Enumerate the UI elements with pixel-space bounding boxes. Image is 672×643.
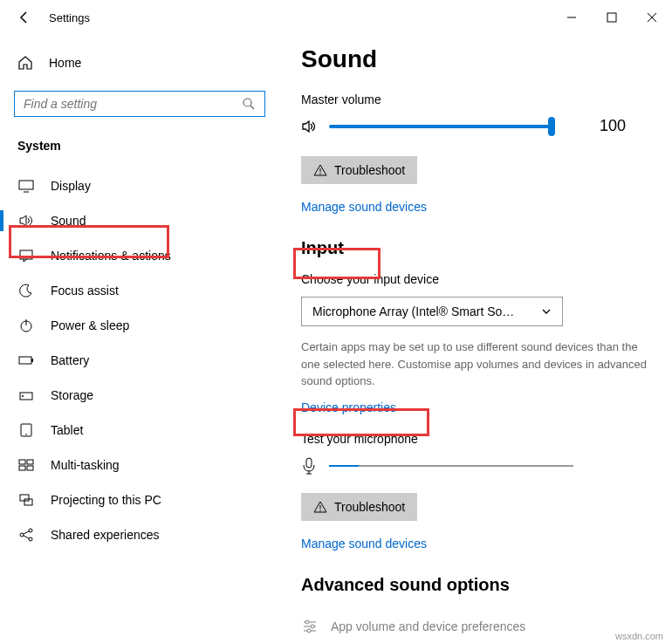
app-volume-label[interactable]: App volume and device preferences bbox=[331, 619, 525, 633]
projecting-icon bbox=[17, 492, 35, 508]
svg-rect-26 bbox=[306, 458, 312, 468]
warning-icon bbox=[313, 163, 327, 177]
sidebar-item-tablet[interactable]: Tablet bbox=[0, 413, 279, 448]
sound-icon bbox=[17, 213, 35, 229]
search-icon bbox=[242, 97, 256, 111]
watermark: wsxdn.com bbox=[615, 631, 663, 641]
svg-rect-1 bbox=[607, 13, 616, 22]
svg-rect-10 bbox=[31, 359, 33, 362]
manage-output-devices-link[interactable]: Manage sound devices bbox=[301, 200, 650, 214]
svg-point-34 bbox=[307, 629, 311, 633]
content-pane: Sound Master volume 100 Troubleshoot Man… bbox=[279, 35, 672, 643]
sliders-icon bbox=[301, 618, 319, 635]
svg-rect-17 bbox=[19, 466, 25, 470]
svg-point-21 bbox=[20, 533, 24, 537]
advanced-heading: Advanced sound options bbox=[301, 575, 510, 595]
window-title: Settings bbox=[49, 11, 552, 24]
sidebar-item-power-sleep[interactable]: Power & sleep bbox=[0, 308, 279, 343]
svg-point-14 bbox=[25, 434, 27, 435]
multitasking-icon bbox=[17, 457, 35, 473]
chevron-down-icon bbox=[541, 306, 552, 317]
page-title: Sound bbox=[301, 45, 650, 73]
sidebar-category: System bbox=[0, 139, 279, 168]
home-icon bbox=[17, 55, 33, 71]
sidebar-item-label: Multi-tasking bbox=[51, 458, 120, 472]
device-properties-link[interactable]: Device properties bbox=[301, 400, 650, 414]
mic-level-fill bbox=[329, 465, 359, 467]
svg-rect-4 bbox=[19, 181, 33, 189]
input-helper-text: Certain apps may be set up to use differ… bbox=[301, 339, 650, 390]
sidebar-item-label: Battery bbox=[51, 353, 89, 367]
svg-point-23 bbox=[29, 537, 32, 541]
master-volume-label: Master volume bbox=[301, 92, 650, 106]
maximize-button[interactable] bbox=[592, 0, 632, 35]
svg-point-22 bbox=[29, 529, 32, 532]
battery-icon bbox=[17, 352, 35, 368]
svg-rect-15 bbox=[19, 460, 25, 464]
sidebar-item-battery[interactable]: Battery bbox=[0, 343, 279, 378]
warning-icon bbox=[313, 500, 327, 514]
sidebar-item-storage[interactable]: Storage bbox=[0, 378, 279, 413]
test-mic-label: Test your microphone bbox=[301, 432, 650, 446]
svg-line-3 bbox=[250, 106, 254, 109]
microphone-icon bbox=[301, 456, 317, 475]
svg-rect-6 bbox=[20, 250, 32, 259]
shared-icon bbox=[17, 527, 35, 543]
sidebar-item-multitasking[interactable]: Multi-tasking bbox=[0, 448, 279, 482]
svg-point-25 bbox=[319, 173, 321, 174]
close-button[interactable] bbox=[632, 0, 672, 35]
svg-point-28 bbox=[319, 510, 321, 511]
sidebar-item-label: Shared experiences bbox=[51, 528, 160, 542]
choose-input-label: Choose your input device bbox=[301, 272, 650, 286]
notifications-icon bbox=[17, 248, 35, 263]
input-heading: Input bbox=[301, 238, 344, 258]
sidebar-item-display[interactable]: Display bbox=[0, 168, 279, 203]
master-volume-slider[interactable] bbox=[329, 125, 552, 128]
search-input-box[interactable] bbox=[14, 91, 265, 117]
sidebar-item-label: Projecting to this PC bbox=[51, 493, 161, 507]
svg-point-12 bbox=[22, 395, 24, 397]
sidebar-item-label: Notifications & actions bbox=[51, 249, 171, 263]
mic-level-bar bbox=[329, 465, 573, 467]
sidebar-item-focus-assist[interactable]: Focus assist bbox=[0, 273, 279, 308]
sidebar-item-label: Power & sleep bbox=[51, 318, 129, 332]
sidebar-item-label: Display bbox=[51, 179, 91, 193]
troubleshoot-input-button[interactable]: Troubleshoot bbox=[301, 493, 417, 521]
troubleshoot-output-button[interactable]: Troubleshoot bbox=[301, 156, 417, 184]
sidebar-item-projecting[interactable]: Projecting to this PC bbox=[0, 482, 279, 517]
svg-rect-9 bbox=[19, 357, 31, 364]
sidebar-item-label: Tablet bbox=[51, 423, 83, 437]
volume-value: 100 bbox=[600, 117, 626, 135]
sidebar-item-shared[interactable]: Shared experiences bbox=[0, 517, 279, 552]
sidebar-item-label: Sound bbox=[51, 214, 86, 228]
power-icon bbox=[17, 318, 35, 333]
slider-thumb[interactable] bbox=[548, 117, 555, 136]
back-button[interactable] bbox=[17, 10, 31, 24]
speaker-icon bbox=[301, 118, 319, 135]
sidebar: Home System Display Sound Notifications … bbox=[0, 35, 279, 643]
input-device-dropdown[interactable]: Microphone Array (Intel® Smart So… bbox=[301, 297, 563, 326]
input-device-value: Microphone Array (Intel® Smart So… bbox=[312, 304, 514, 318]
manage-input-devices-link[interactable]: Manage sound devices bbox=[301, 537, 650, 551]
tablet-icon bbox=[17, 422, 35, 438]
sidebar-home-label: Home bbox=[49, 56, 81, 70]
sidebar-item-sound[interactable]: Sound bbox=[0, 203, 279, 238]
svg-rect-16 bbox=[27, 460, 33, 464]
svg-rect-18 bbox=[27, 466, 33, 470]
svg-point-32 bbox=[305, 620, 309, 624]
svg-point-33 bbox=[311, 625, 314, 628]
sidebar-item-label: Storage bbox=[51, 388, 93, 402]
troubleshoot-label: Troubleshoot bbox=[334, 500, 405, 514]
storage-icon bbox=[17, 387, 35, 403]
moon-icon bbox=[17, 283, 35, 298]
minimize-button[interactable] bbox=[552, 0, 592, 35]
sidebar-home[interactable]: Home bbox=[0, 48, 279, 78]
sidebar-item-label: Focus assist bbox=[51, 284, 119, 298]
svg-point-2 bbox=[243, 99, 251, 106]
troubleshoot-label: Troubleshoot bbox=[334, 163, 405, 177]
sidebar-item-notifications[interactable]: Notifications & actions bbox=[0, 238, 279, 273]
display-icon bbox=[17, 178, 35, 194]
search-input[interactable] bbox=[24, 97, 242, 111]
